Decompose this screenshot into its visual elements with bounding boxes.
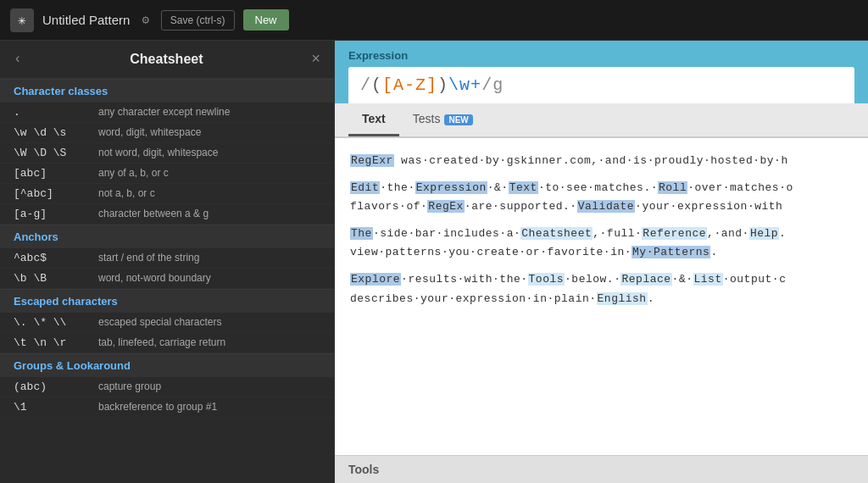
cheat-desc: any of a, b, or c	[98, 167, 169, 179]
gear-icon[interactable]: ⚙	[142, 13, 148, 27]
cheat-desc: escaped special characters	[98, 316, 221, 328]
cheat-code: \1	[14, 401, 98, 414]
expr-w: \w	[448, 75, 470, 95]
expr-slash1: /	[360, 75, 371, 95]
tools-label: Tools	[348, 463, 379, 476]
tab-text[interactable]: Text	[348, 103, 399, 136]
highlight-list: List	[693, 273, 723, 286]
expr-bracket-close: ]	[426, 75, 437, 95]
highlight-text: Text	[509, 181, 538, 194]
text-para-3: The·side·bar·includes·a·Cheatsheet,·full…	[350, 225, 853, 262]
app-title: Untitled Pattern	[42, 13, 130, 27]
cheat-desc: tab, linefeed, carriage return	[98, 336, 225, 348]
text-content-area[interactable]: RegExr was·created·by·gskinner.com,·and·…	[335, 138, 868, 455]
cheat-desc: capture group	[98, 380, 161, 392]
close-icon[interactable]: ×	[311, 51, 320, 68]
cheat-desc: character between a & g	[98, 208, 209, 219]
new-button[interactable]: New	[243, 9, 289, 31]
highlight-the: The	[350, 227, 373, 240]
cheat-row: ^abc$start / end of the string	[0, 248, 334, 269]
cheat-desc: start / end of the string	[98, 252, 199, 264]
tab-tests[interactable]: TestsNEW	[399, 103, 487, 136]
expr-plus: +	[470, 75, 481, 95]
section-header-character-classes: Character classes	[0, 79, 334, 103]
cheat-row: \w \d \sword, digit, whitespace	[0, 123, 334, 143]
expression-box[interactable]: /([A-Z])\w+/g	[348, 67, 854, 103]
expr-slash2: /	[481, 75, 492, 95]
cheat-desc: backreference to group #1	[98, 401, 217, 413]
logo-icon: ✳	[10, 8, 34, 32]
sidebar-header: ‹ Cheatsheet ×	[0, 41, 334, 79]
cheat-desc: word, digit, whitespace	[98, 126, 201, 138]
sidebar: ‹ Cheatsheet × Character classes.any cha…	[0, 41, 335, 483]
expr-flag: g	[492, 75, 504, 95]
text-para-2: Edit·the·Expression·&·Text·to·see·matche…	[350, 179, 853, 216]
cheat-row: .any character except newline	[0, 103, 334, 123]
cheat-row: [a-g]character between a & g	[0, 204, 334, 225]
highlight-reference: Reference	[642, 227, 707, 240]
expr-paren-close: )	[437, 75, 448, 95]
section-header-groups-&-lookaround: Groups & Lookaround	[0, 353, 334, 377]
cheat-row: [^abc]not a, b, or c	[0, 184, 334, 204]
cheat-code: \b \B	[14, 272, 98, 285]
new-badge: NEW	[444, 114, 472, 125]
cheat-row: \W \D \Snot word, digit, whitespace	[0, 143, 334, 164]
text-para-4: Explore·results·with·the·Tools·below.·Re…	[350, 270, 853, 308]
cheat-code: ^abc$	[14, 252, 98, 264]
cheat-code: [^abc]	[14, 187, 98, 200]
highlight-regex: RegEx	[427, 200, 465, 213]
highlight-roll: Roll	[658, 181, 687, 194]
cheat-code: \W \D \S	[14, 147, 98, 159]
section-header-escaped-characters: Escaped characters	[0, 289, 334, 313]
right-panel: Expression /([A-Z])\w+/g Text TestsNEW R…	[335, 41, 868, 483]
expression-area: Expression /([A-Z])\w+/g	[335, 41, 868, 103]
tabs: Text TestsNEW	[335, 103, 868, 138]
sidebar-content: Character classes.any character except n…	[0, 79, 334, 418]
cheat-desc: not word, digit, whitespace	[98, 147, 218, 158]
cheat-code: [a-g]	[14, 208, 98, 220]
expr-bracket-open: [	[382, 75, 393, 95]
cheat-code: \. \* \\	[14, 316, 98, 329]
highlight-regexr: RegExr	[350, 154, 394, 167]
cheat-code: \t \n \r	[14, 336, 98, 349]
cheat-code: (abc)	[14, 380, 98, 393]
main-layout: ‹ Cheatsheet × Character classes.any cha…	[0, 41, 868, 483]
cheat-row: \. \* \\escaped special characters	[0, 313, 334, 333]
highlight-edit: Edit	[350, 181, 380, 194]
cheat-row: (abc)capture group	[0, 377, 334, 397]
expr-paren-open: (	[371, 75, 382, 95]
cheat-row: \1backreference to group #1	[0, 397, 334, 418]
cheat-row: \b \Bword, not-word boundary	[0, 269, 334, 289]
highlight-validate: Validate	[577, 200, 635, 213]
save-button[interactable]: Save (ctrl-s)	[161, 10, 235, 31]
back-arrow-icon[interactable]: ‹	[14, 52, 22, 67]
highlight-english: English	[597, 292, 648, 305]
highlight-expression: Expression	[415, 181, 487, 194]
highlight-mypatterns: My·Patterns	[632, 246, 710, 258]
tools-bar: Tools	[335, 455, 868, 483]
cheat-desc: word, not-word boundary	[98, 272, 211, 284]
highlight-replace: Replace	[620, 273, 671, 286]
expr-az: A-Z	[393, 75, 426, 95]
cheat-desc: not a, b, or c	[98, 187, 155, 199]
cheat-row: [abc]any of a, b, or c	[0, 164, 334, 184]
cheatsheet-title: Cheatsheet	[130, 52, 203, 67]
expression-label: Expression	[348, 49, 854, 62]
section-header-anchors: Anchors	[0, 225, 334, 248]
highlight-tools: Tools	[528, 273, 565, 286]
highlight-explore: Explore	[350, 273, 401, 286]
highlight-help: Help	[749, 227, 779, 240]
cheat-row: \t \n \rtab, linefeed, carriage return	[0, 333, 334, 353]
cheat-desc: any character except newline	[98, 106, 230, 118]
topbar: ✳ Untitled Pattern ⚙ Save (ctrl-s) New	[0, 0, 868, 41]
text-para-1: RegExr was·created·by·gskinner.com,·and·…	[350, 152, 853, 170]
cheat-code: .	[14, 106, 98, 119]
cheat-code: [abc]	[14, 167, 98, 180]
cheat-code: \w \d \s	[14, 126, 98, 139]
highlight-cheatsheet: Cheatsheet	[520, 227, 593, 240]
